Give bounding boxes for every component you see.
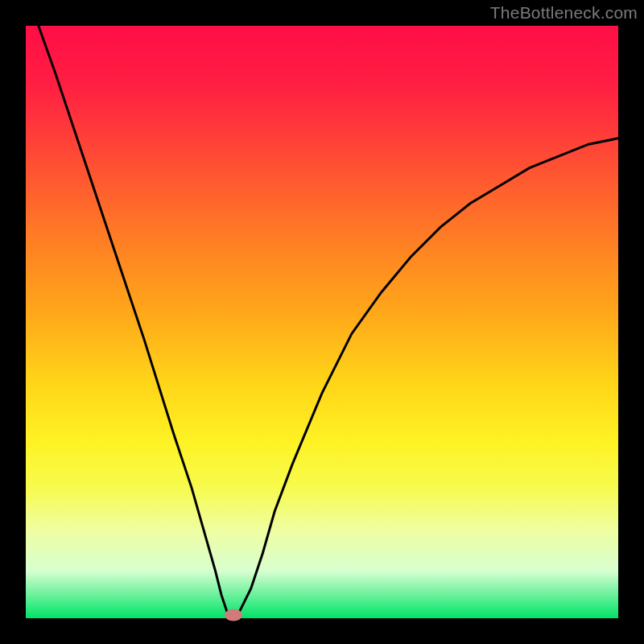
bottleneck-curve [26,26,618,618]
plot-area [26,26,618,618]
optimal-point-marker [225,609,242,621]
watermark-text: TheBottleneck.com [490,3,638,23]
chart-frame: TheBottleneck.com [0,0,644,644]
